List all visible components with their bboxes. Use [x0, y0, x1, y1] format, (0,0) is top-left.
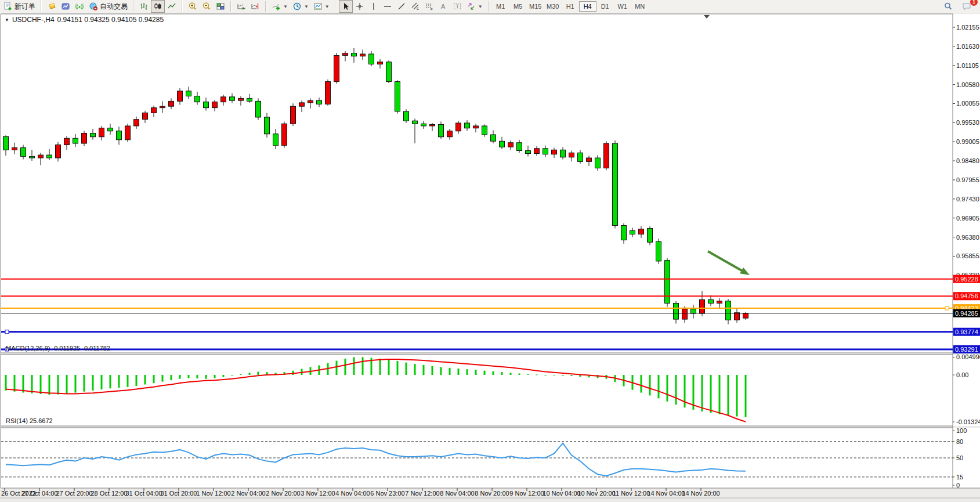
- tile-windows-icon: [216, 2, 225, 11]
- time-tick-label: 14 Nov 20:00: [682, 490, 719, 497]
- periods-button[interactable]: ▼: [290, 0, 311, 13]
- support-line-orange-handle[interactable]: [945, 306, 949, 310]
- tab-timeframe-h4[interactable]: H4: [579, 1, 596, 12]
- cursor-tool-button[interactable]: [339, 0, 353, 13]
- bar-chart-mode-button[interactable]: [137, 0, 151, 13]
- time-tick-label: 7 Nov 12:00: [405, 490, 439, 497]
- arrows-tool-button[interactable]: ▼: [464, 0, 485, 13]
- new-order-button[interactable]: 新订单: [1, 0, 38, 13]
- candle: [604, 143, 609, 168]
- tab-timeframe-mn[interactable]: MN: [631, 1, 649, 12]
- publish-chart-button[interactable]: [59, 0, 73, 13]
- price-tick-label: 0.97430: [956, 196, 979, 203]
- crosshair-tool-button[interactable]: [353, 0, 367, 13]
- candle: [212, 102, 218, 108]
- macd-axis-label: 0.004996: [956, 353, 980, 360]
- notifications-button[interactable]: 1: [960, 0, 974, 13]
- tab-timeframe-h1[interactable]: H1: [562, 1, 579, 12]
- zoom-out-button[interactable]: [200, 0, 214, 13]
- tab-timeframe-d1[interactable]: D1: [596, 1, 614, 12]
- notification-badge: 1: [970, 0, 978, 6]
- gold-ingot-icon: [47, 2, 56, 11]
- collapse-triangle-icon[interactable]: ▼: [5, 17, 9, 23]
- zoom-out-icon: [202, 2, 211, 11]
- candle: [639, 229, 644, 234]
- candle: [621, 226, 627, 240]
- candle: [195, 96, 200, 102]
- candlestick-icon: [153, 2, 162, 11]
- auto-scroll-icon: [237, 2, 246, 11]
- candle: [317, 100, 322, 104]
- candlestick-mode-button[interactable]: [151, 0, 165, 13]
- candle: [378, 62, 383, 64]
- candle: [674, 304, 679, 320]
- indicators-button[interactable]: ▼: [269, 0, 290, 13]
- candle: [543, 149, 548, 154]
- fibonacci-icon: F: [425, 2, 434, 11]
- text-label-tool-button[interactable]: T: [450, 0, 464, 13]
- vertical-line-tool-button[interactable]: [367, 0, 381, 13]
- support-line-blue-1-handle[interactable]: [5, 330, 9, 334]
- candle: [38, 155, 44, 158]
- tab-timeframe-m15[interactable]: M15: [527, 1, 544, 12]
- tile-windows-button[interactable]: [214, 0, 227, 13]
- candle: [326, 82, 331, 104]
- new-order-label: 新订单: [15, 2, 35, 12]
- search-button[interactable]: [941, 0, 955, 13]
- candle: [117, 131, 122, 140]
- market-watch-button[interactable]: [45, 0, 59, 13]
- time-axis[interactable]: 26 Oct 202227 Oct 04:0027 Oct 20:0028 Oc…: [1, 488, 720, 497]
- auto-trading-icon: [89, 2, 98, 11]
- time-tick-label: 1 Nov 12:00: [196, 490, 230, 497]
- price-tick-label: 1.01105: [956, 62, 979, 69]
- trendline-tool-button[interactable]: [395, 0, 408, 13]
- equidistant-channel-tool-button[interactable]: E: [408, 0, 422, 13]
- rsi-axis-label: 15: [956, 474, 963, 481]
- candle: [99, 128, 104, 137]
- zoom-in-button[interactable]: [186, 0, 200, 13]
- line-chart-mode-button[interactable]: [165, 0, 179, 13]
- tab-timeframe-m5[interactable]: M5: [509, 1, 527, 12]
- candle: [56, 145, 61, 158]
- candle: [160, 106, 165, 108]
- search-icon: [943, 2, 953, 11]
- candle: [743, 313, 748, 318]
- time-tick-label: 11 Nov 12:00: [613, 490, 650, 497]
- horizontal-line-tool-button[interactable]: [381, 0, 395, 13]
- chart-window: 1.021551.016301.011051.005801.000550.995…: [0, 13, 980, 502]
- chart-shift-button[interactable]: [248, 0, 262, 13]
- fibonacci-tool-button[interactable]: F: [422, 0, 436, 13]
- auto-scroll-button[interactable]: [234, 0, 248, 13]
- resistance-line-2-price-text: 0.94756: [955, 292, 978, 299]
- candle: [282, 124, 287, 146]
- tab-timeframe-m1[interactable]: M1: [492, 1, 509, 12]
- candle: [343, 53, 348, 56]
- time-tick-label: 4 Nov 04:00: [335, 490, 370, 497]
- time-tick-label: 8 Nov 04:00: [440, 490, 474, 497]
- candle: [82, 133, 87, 144]
- tab-timeframe-m30[interactable]: M30: [544, 1, 562, 12]
- candle: [291, 106, 296, 124]
- templates-button[interactable]: ▼: [311, 0, 332, 13]
- tab-timeframe-w1[interactable]: W1: [614, 1, 631, 12]
- chart-shift-icon: [251, 2, 260, 11]
- candle: [526, 151, 531, 154]
- candle: [178, 91, 183, 102]
- candle: [500, 141, 505, 147]
- candle: [491, 135, 496, 141]
- chart-plot[interactable]: 1.021551.016301.011051.005801.000550.995…: [0, 13, 980, 502]
- candle: [308, 100, 313, 103]
- candle: [64, 138, 70, 145]
- crosshair-icon: [355, 2, 364, 11]
- price-tick-label: 0.97955: [956, 176, 979, 183]
- new-order-icon: [3, 2, 13, 11]
- candle: [108, 128, 113, 131]
- time-tick-label: 31 Oct 20:00: [161, 490, 197, 497]
- price-tick-label: 0.96380: [956, 234, 979, 241]
- auto-trading-label: 自动交易: [100, 2, 128, 12]
- svg-text:T: T: [455, 3, 459, 9]
- text-tool-button[interactable]: A: [436, 0, 450, 13]
- signals-button[interactable]: [73, 0, 86, 13]
- time-tick-label: 9 Nov 12:00: [509, 490, 544, 497]
- auto-trading-button[interactable]: 自动交易: [86, 0, 130, 13]
